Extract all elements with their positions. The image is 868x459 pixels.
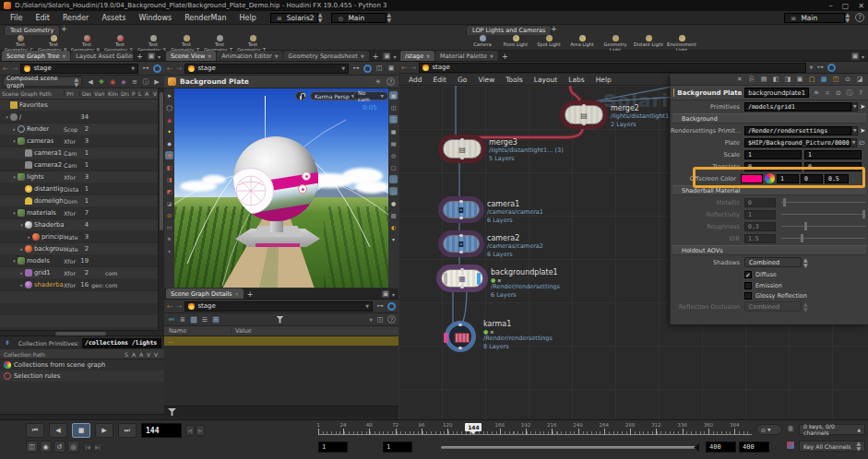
pane-split-icon[interactable]: ▣ bbox=[381, 289, 390, 299]
sgt-path-field[interactable]: stage ▼ bbox=[20, 64, 138, 74]
pane-menu-icon[interactable]: ▾ bbox=[862, 53, 864, 60]
gallery-d-icon[interactable]: ◫ bbox=[831, 75, 840, 84]
move-tool-icon[interactable]: ▲ bbox=[165, 115, 173, 124]
shelf-tool-geometry-light[interactable]: Geometry Light bbox=[599, 35, 632, 51]
shelf-tool-point-light[interactable]: Point Light bbox=[499, 35, 532, 51]
param-value-field[interactable]: /Render/rendersettings bbox=[744, 126, 851, 135]
param-value-y[interactable]: 0 bbox=[804, 162, 862, 171]
shelf-tool-camera[interactable]: Camera bbox=[466, 35, 499, 51]
expand-arrow-icon[interactable]: ▸ bbox=[26, 234, 32, 240]
layout-a-icon[interactable]: ◧ bbox=[771, 75, 780, 84]
tab-material-palette[interactable]: Material Palette▼ bbox=[435, 51, 498, 61]
expand-arrow-icon[interactable]: ▾ bbox=[11, 138, 18, 144]
tree-row-models[interactable]: ▾modelsXfor19 bbox=[0, 255, 158, 267]
column-view-icon[interactable]: ▥ bbox=[189, 315, 198, 324]
view-options-icon[interactable]: ◎ bbox=[389, 151, 398, 159]
tree-row-favorites[interactable]: Favorites bbox=[0, 100, 158, 112]
select-prims-icon[interactable]: ◪ bbox=[165, 199, 173, 207]
dropdown-button[interactable]: ▼ bbox=[850, 138, 857, 147]
column-header-a[interactable]: A bbox=[142, 90, 150, 97]
range-left-icon[interactable]: |◀ bbox=[83, 442, 92, 452]
current-frame-field[interactable]: 144 bbox=[141, 423, 182, 438]
key-mode-dropdown[interactable]: Key All Channels▲▼ bbox=[799, 441, 865, 452]
minimize-button[interactable]: – bbox=[829, 2, 833, 10]
param-slider[interactable] bbox=[781, 198, 865, 206]
param-dropdown[interactable]: Combined bbox=[744, 301, 802, 312]
node-display-flag[interactable] bbox=[477, 273, 481, 285]
list-view-icon[interactable]: ≣ bbox=[178, 315, 187, 324]
collection-row-selection-rules[interactable]: Selection rules bbox=[0, 371, 164, 382]
tree-row-materials[interactable]: ▾materialsXfor7 bbox=[0, 207, 158, 219]
shelf-tool-test-geometry-t-[interactable]: Test Geometry: T.. bbox=[203, 35, 236, 51]
maximize-button[interactable]: ▢ bbox=[842, 2, 850, 10]
radial-menu-icon[interactable] bbox=[363, 65, 372, 73]
step-back-button[interactable]: ◁ bbox=[185, 425, 195, 436]
view-tool-icon[interactable]: ➤ bbox=[165, 91, 173, 100]
shelf-tab-1[interactable]: Test Geometry bbox=[4, 25, 60, 35]
timeline-ruler[interactable]: 1244872961201441681922162402642883123363… bbox=[318, 422, 752, 438]
collapse-arrow-icon[interactable]: ◀ bbox=[86, 77, 95, 87]
simulation-icon[interactable]: ◎ bbox=[67, 441, 79, 453]
details-path-field[interactable]: stage ▼ bbox=[184, 301, 373, 312]
tree-row-[interactable]: ▾/34 bbox=[0, 112, 158, 124]
shelf-tool-distant-light[interactable]: Distant Light bbox=[632, 35, 665, 51]
column-header-vari[interactable]: Vari bbox=[91, 90, 105, 97]
playback-start-field[interactable]: 1 bbox=[383, 441, 412, 453]
menu-edit[interactable]: Edit bbox=[29, 14, 56, 22]
snapshot-icon[interactable]: ◫ bbox=[389, 103, 398, 112]
measure-icon[interactable]: ▭ bbox=[165, 223, 173, 231]
tree-row-grid1[interactable]: ▸grid1Xfor2com bbox=[0, 267, 158, 279]
flag-icon[interactable]: ⚑ bbox=[165, 235, 173, 243]
new-tab-button[interactable]: + bbox=[134, 53, 146, 61]
color-g-field[interactable]: 0 bbox=[801, 174, 823, 183]
range-slider[interactable] bbox=[441, 446, 699, 449]
expand-arrow-icon[interactable]: ▸ bbox=[11, 126, 18, 132]
tab-stage[interactable]: /stage▼ bbox=[400, 51, 434, 61]
expand-arrow-icon[interactable]: ▾ bbox=[11, 258, 18, 264]
grid-icon[interactable]: ▦ bbox=[389, 127, 398, 135]
match-node-icon[interactable]: ⌗ bbox=[823, 88, 832, 98]
select-points-icon[interactable]: ◨ bbox=[165, 175, 173, 183]
help-icon[interactable]: ? bbox=[856, 88, 865, 98]
shelf-tool-test-geometry-t-[interactable]: Test Geometry: T.. bbox=[170, 35, 203, 51]
radial-menu-icon[interactable] bbox=[153, 65, 161, 73]
pin-icon[interactable]: ⊶ bbox=[815, 63, 825, 72]
dropdown-button[interactable]: ▼ bbox=[851, 126, 858, 135]
loop-icon[interactable]: ↺ bbox=[54, 441, 65, 453]
checkbox-glossy-reflection[interactable] bbox=[744, 292, 752, 300]
section-background[interactable]: Background bbox=[672, 113, 866, 124]
variant-icon[interactable]: ◈ bbox=[119, 77, 128, 87]
overlays-icon[interactable]: ▾ bbox=[389, 235, 398, 243]
stop-button[interactable]: ■ bbox=[72, 423, 90, 438]
step-forward-button[interactable]: ▷ bbox=[196, 425, 205, 436]
gear-icon[interactable]: ✳ bbox=[374, 77, 383, 87]
param-slider[interactable] bbox=[781, 210, 865, 218]
side-panel-icon[interactable]: ◪ bbox=[855, 75, 864, 84]
expand-arrow-icon[interactable]: ▸ bbox=[18, 270, 25, 276]
keyframe-scope-icon[interactable]: ⟬⟭ bbox=[786, 424, 795, 433]
pin-icon[interactable]: ⊶ bbox=[375, 301, 385, 311]
shelf-add-tab-button[interactable]: + bbox=[61, 25, 67, 33]
desktop-selector[interactable]: ⊞ Solaris2 bbox=[270, 13, 318, 23]
node-name-field[interactable]: backgroundplate1 bbox=[744, 88, 809, 98]
column-header-p[interactable]: P bbox=[129, 90, 136, 97]
close-button[interactable]: ✕ bbox=[858, 2, 864, 10]
lock-camera-icon[interactable]: ⚿ bbox=[389, 115, 398, 124]
network-menu-tools[interactable]: Tools bbox=[501, 76, 527, 84]
gallery-c-icon[interactable]: ▩ bbox=[819, 75, 828, 84]
select-objects-icon[interactable]: ◧ bbox=[165, 163, 173, 171]
pane-link-spinner[interactable]: ▲▼ bbox=[386, 12, 391, 23]
graph-link-icon[interactable]: ⚯ bbox=[167, 315, 176, 324]
forward-button[interactable]: → bbox=[176, 302, 183, 311]
expand-arrow-icon[interactable]: ▾ bbox=[18, 222, 25, 228]
more-icon[interactable]: ▾ bbox=[165, 247, 173, 255]
color-correction-icon[interactable]: ◐ bbox=[389, 223, 398, 231]
display-options-icon[interactable]: ◫ bbox=[375, 64, 384, 73]
right-main-selector[interactable]: ⊞ Main bbox=[784, 13, 845, 23]
shelf-tool-spot-light[interactable]: Spot Light bbox=[532, 35, 565, 51]
render-region-icon[interactable]: ▢ bbox=[389, 163, 398, 171]
audio-icon[interactable]: ◉ bbox=[40, 441, 52, 453]
param-dropdown[interactable]: Combined bbox=[744, 257, 802, 267]
column-header-pri[interactable]: Pri bbox=[64, 90, 79, 97]
material-icon[interactable]: ◉ bbox=[108, 77, 117, 87]
